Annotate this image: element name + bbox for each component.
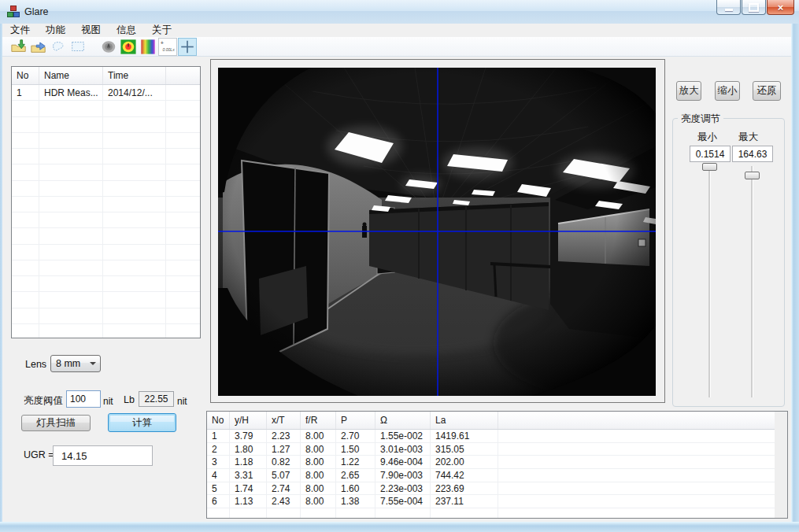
table-row[interactable]	[12, 245, 200, 260]
palette-icon[interactable]	[139, 38, 157, 56]
table-row[interactable]: 61.132.438.001.387.55e-004237.11	[207, 495, 787, 508]
lasso-select-icon[interactable]	[49, 38, 68, 56]
table-cell: 8.00	[301, 430, 336, 442]
maximize-button[interactable]	[742, 0, 766, 15]
zoom-reset-button[interactable]: 还原	[753, 81, 781, 101]
window-border-bottom	[0, 522, 799, 532]
table-cell: 1.74	[230, 482, 267, 495]
col-name[interactable]: Name	[39, 67, 103, 84]
table-row[interactable]	[12, 292, 200, 308]
lens-combo[interactable]: 8 mm	[50, 355, 101, 372]
col-yh[interactable]: y/H	[230, 412, 267, 429]
crosshair-tool-icon[interactable]	[178, 38, 197, 56]
zoom-in-button[interactable]: 放大	[676, 81, 701, 101]
table-row[interactable]	[12, 308, 200, 324]
table-cell: 4	[207, 469, 230, 482]
table-row[interactable]	[12, 276, 200, 292]
table-cell: 315.05	[431, 443, 498, 456]
results-scrollbar-track[interactable]	[775, 412, 787, 518]
table-row[interactable]	[207, 508, 787, 519]
table-row[interactable]: 31.180.828.001.229.46e-004202.00	[207, 456, 787, 469]
table-row[interactable]	[12, 181, 200, 197]
table-cell: 202.00	[431, 456, 498, 468]
zoom-out-button[interactable]: 缩小	[715, 81, 740, 101]
col-fr[interactable]: f/R	[301, 412, 336, 429]
table-row[interactable]	[12, 260, 200, 276]
table-row[interactable]	[12, 117, 200, 133]
table-cell	[103, 308, 166, 323]
menu-about[interactable]: 关于	[144, 23, 179, 38]
table-row[interactable]	[12, 324, 200, 338]
max-slider-track[interactable]	[751, 166, 753, 397]
table-cell	[12, 212, 39, 227]
table-cell: 6	[207, 495, 230, 508]
close-button[interactable]: ×	[767, 0, 794, 15]
import-icon[interactable]	[9, 38, 28, 56]
brightness-min-value: 0.1514	[696, 149, 725, 160]
col-xt[interactable]: x/T	[267, 412, 301, 429]
window-title: Glare	[24, 0, 49, 24]
hdr-photo[interactable]	[218, 68, 656, 396]
col-la[interactable]: La	[431, 412, 498, 429]
menu-function[interactable]: 功能	[38, 23, 73, 38]
table-row[interactable]	[12, 164, 200, 180]
table-row[interactable]	[12, 133, 200, 149]
col-no[interactable]: No	[207, 412, 230, 429]
brightness-max-field[interactable]: 164.63	[732, 146, 773, 162]
grayscale-map-icon[interactable]	[99, 38, 118, 56]
table-row[interactable]	[12, 197, 200, 212]
table-cell	[39, 133, 103, 148]
table-cell: 2.65	[336, 469, 375, 482]
table-row[interactable]	[12, 212, 200, 228]
max-slider-thumb[interactable]	[745, 172, 760, 179]
calculate-button[interactable]: 计算	[108, 413, 176, 432]
table-cell: 2.74	[267, 482, 301, 495]
table-cell: 0.82	[267, 456, 301, 468]
table-cell: 223.69	[431, 482, 498, 495]
app-window: Glare × 文件 功能 视图 信息 关于	[0, 0, 799, 532]
table-row[interactable]: 1HDR Meas...2014/12/...	[12, 85, 200, 101]
menu-info[interactable]: 信息	[109, 23, 144, 38]
col-p[interactable]: P	[336, 412, 375, 429]
minimize-button[interactable]	[716, 0, 741, 15]
table-cell: 8.00	[301, 469, 336, 482]
col-no[interactable]: No	[12, 67, 39, 84]
col-time[interactable]: Time	[103, 67, 166, 84]
falsecolor-map-icon[interactable]	[119, 38, 138, 56]
table-row[interactable]	[12, 149, 200, 164]
table-row[interactable]: 51.742.748.001.602.23e-003223.69	[207, 482, 787, 496]
table-cell	[12, 149, 39, 164]
table-cell-filler	[498, 495, 787, 508]
table-cell-filler	[166, 228, 200, 243]
col-omega[interactable]: Ω	[375, 412, 431, 429]
table-cell	[12, 276, 39, 291]
table-cell: 3	[207, 456, 230, 468]
table-cell	[230, 508, 267, 519]
window-border-right	[791, 24, 799, 532]
show-values-icon[interactable]: + 0.00Lx	[158, 38, 177, 56]
close-icon: ×	[778, 1, 784, 14]
export-icon[interactable]	[29, 38, 48, 56]
col-filler	[498, 412, 787, 429]
table-row[interactable]: 21.801.278.001.503.01e-003315.05	[207, 443, 787, 456]
min-slider-thumb[interactable]	[702, 163, 717, 171]
rect-select-icon[interactable]	[68, 38, 87, 56]
title-bar[interactable]: Glare ×	[0, 0, 799, 24]
threshold-input[interactable]: 100	[66, 390, 101, 408]
table-cell	[12, 117, 39, 132]
menu-file[interactable]: 文件	[2, 23, 38, 38]
table-cell-filler	[166, 197, 200, 212]
threshold-unit: nit	[103, 396, 113, 407]
table-cell-filler	[166, 101, 200, 116]
table-row[interactable]: 13.792.238.002.701.55e-0021419.61	[207, 430, 787, 443]
lamp-scan-button[interactable]: 灯具扫描	[21, 415, 91, 431]
table-row[interactable]: 43.315.078.002.657.90e-003744.42	[207, 469, 787, 482]
table-row[interactable]	[12, 228, 200, 244]
brightness-min-field[interactable]: 0.1514	[690, 146, 731, 162]
table-row[interactable]	[12, 101, 200, 116]
table-cell-filler	[166, 164, 200, 179]
table-cell	[39, 181, 103, 196]
table-cell: 3.79	[230, 430, 267, 442]
min-slider-track[interactable]	[708, 166, 710, 397]
menu-view[interactable]: 视图	[73, 23, 109, 38]
